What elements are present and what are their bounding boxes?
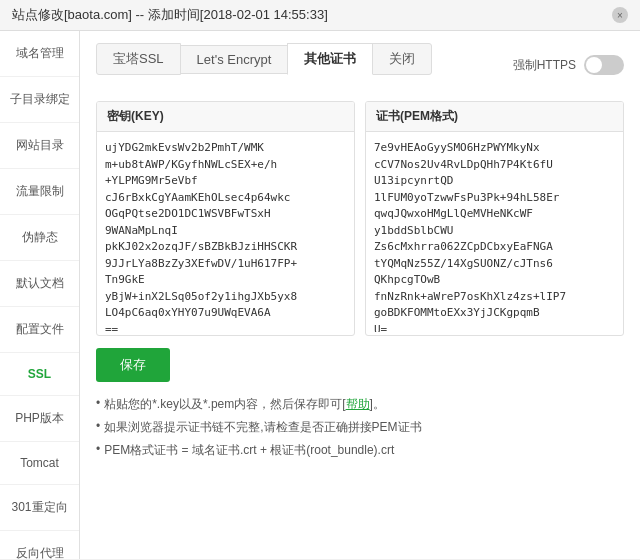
cert-textarea[interactable]: 7e9vHEAoGyySMO6HzPWYMkyNx cCV7Nos2Uv4RvL…: [366, 132, 623, 332]
save-button[interactable]: 保存: [96, 348, 170, 382]
tabs: 宝塔SSL Let's Encrypt 其他证书 关闭: [96, 43, 431, 75]
force-https-label: 强制HTTPS: [513, 57, 576, 74]
close-button[interactable]: ×: [612, 7, 628, 23]
note-item-1: 粘贴您的*.key以及*.pem内容，然后保存即可[帮助]。: [96, 396, 624, 413]
note-item-2: 如果浏览器提示证书链不完整,请检查是否正确拼接PEM证书: [96, 419, 624, 436]
key-textarea[interactable]: ujYDG2mkEvsWv2b2PmhT/WMK m+ub8tAWP/KGyfh…: [97, 132, 354, 332]
sidebar: 域名管理子目录绑定网站目录流量限制伪静态默认文档配置文件SSLPHP版本Tomc…: [0, 31, 80, 559]
window-title: 站点修改[baota.com] -- 添加时间[2018-02-01 14:55…: [12, 6, 328, 24]
note-item-3: PEM格式证书 = 域名证书.crt + 根证书(root_bundle).cr…: [96, 442, 624, 459]
tab-close[interactable]: 关闭: [372, 43, 432, 75]
sidebar-item-static[interactable]: 伪静态: [0, 215, 79, 261]
tabs-row: 宝塔SSL Let's Encrypt 其他证书 关闭 强制HTTPS: [96, 43, 624, 87]
note-text-3: PEM格式证书 = 域名证书.crt + 根证书(root_bundle).cr…: [104, 442, 394, 459]
sidebar-item-tomcat[interactable]: Tomcat: [0, 442, 79, 485]
sidebar-item-traffic[interactable]: 流量限制: [0, 169, 79, 215]
force-https-area: 强制HTTPS: [513, 55, 624, 75]
sidebar-item-redirect[interactable]: 301重定向: [0, 485, 79, 531]
sidebar-item-sitelist[interactable]: 网站目录: [0, 123, 79, 169]
sidebar-item-config[interactable]: 配置文件: [0, 307, 79, 353]
help-link[interactable]: 帮助: [346, 397, 370, 411]
sidebar-item-php[interactable]: PHP版本: [0, 396, 79, 442]
tab-baota-ssl[interactable]: 宝塔SSL: [96, 43, 181, 75]
key-panel: 密钥(KEY) ujYDG2mkEvsWv2b2PmhT/WMK m+ub8tA…: [96, 101, 355, 336]
sidebar-item-reverse[interactable]: 反向代理: [0, 531, 79, 560]
main-content: 宝塔SSL Let's Encrypt 其他证书 关闭 强制HTTPS 密钥(K…: [80, 31, 640, 559]
force-https-toggle[interactable]: [584, 55, 624, 75]
sidebar-item-ssl[interactable]: SSL: [0, 353, 79, 396]
sidebar-item-domain[interactable]: 域名管理: [0, 31, 79, 77]
cert-panel: 证书(PEM格式) 7e9vHEAoGyySMO6HzPWYMkyNx cCV7…: [365, 101, 624, 336]
toggle-knob: [586, 57, 602, 73]
note-text-2: 如果浏览器提示证书链不完整,请检查是否正确拼接PEM证书: [104, 419, 421, 436]
title-bar: 站点修改[baota.com] -- 添加时间[2018-02-01 14:55…: [0, 0, 640, 31]
key-panel-header: 密钥(KEY): [97, 102, 354, 132]
sidebar-item-subdir[interactable]: 子目录绑定: [0, 77, 79, 123]
tab-other-cert[interactable]: 其他证书: [287, 43, 373, 75]
notes-list: 粘贴您的*.key以及*.pem内容，然后保存即可[帮助]。 如果浏览器提示证书…: [96, 396, 624, 459]
tab-letsencrypt[interactable]: Let's Encrypt: [180, 45, 289, 74]
sidebar-item-default[interactable]: 默认文档: [0, 261, 79, 307]
note-text-1: 粘贴您的*.key以及*.pem内容，然后保存即可[帮助]。: [104, 396, 385, 413]
cert-panels: 密钥(KEY) ujYDG2mkEvsWv2b2PmhT/WMK m+ub8tA…: [96, 101, 624, 336]
cert-panel-header: 证书(PEM格式): [366, 102, 623, 132]
